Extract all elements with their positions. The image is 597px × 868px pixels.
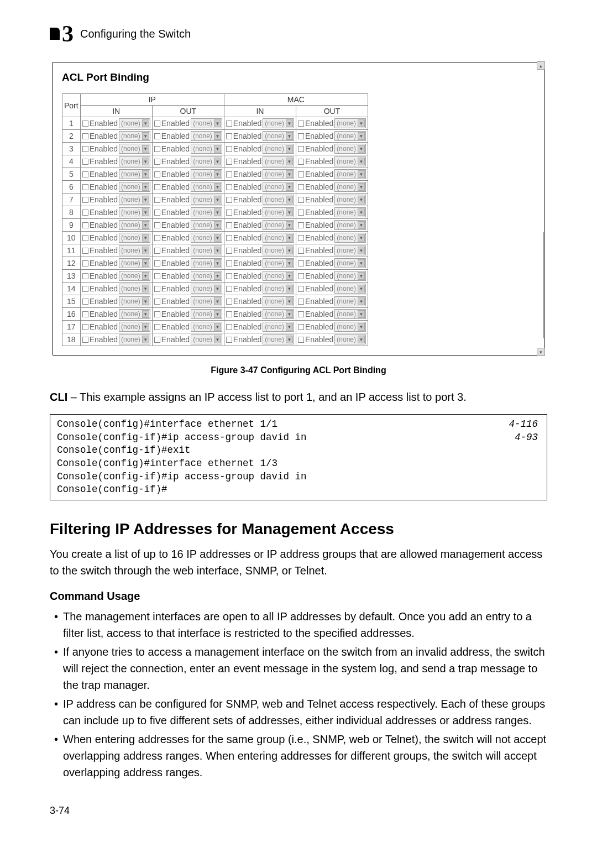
chevron-down-icon[interactable]: ▼: [214, 285, 221, 292]
enabled-checkbox[interactable]: [82, 235, 88, 241]
enabled-checkbox[interactable]: [82, 311, 88, 317]
enabled-checkbox[interactable]: [226, 248, 232, 254]
enabled-checkbox[interactable]: [226, 222, 232, 228]
enabled-checkbox[interactable]: [226, 235, 232, 241]
chevron-down-icon[interactable]: ▼: [214, 259, 221, 267]
enabled-checkbox[interactable]: [226, 324, 232, 330]
enabled-checkbox[interactable]: [82, 133, 88, 139]
chevron-down-icon[interactable]: ▼: [286, 259, 293, 267]
acl-select[interactable]: (none)▼: [119, 284, 150, 294]
enabled-checkbox[interactable]: [154, 133, 160, 139]
enabled-checkbox[interactable]: [154, 324, 160, 330]
chevron-down-icon[interactable]: ▼: [286, 221, 293, 229]
acl-select[interactable]: (none)▼: [334, 296, 366, 306]
chevron-down-icon[interactable]: ▼: [358, 221, 365, 229]
enabled-checkbox[interactable]: [298, 222, 304, 228]
acl-select[interactable]: (none)▼: [263, 309, 294, 319]
chevron-down-icon[interactable]: ▼: [142, 170, 149, 178]
acl-select[interactable]: (none)▼: [263, 182, 294, 192]
acl-select[interactable]: (none)▼: [263, 233, 294, 243]
acl-select[interactable]: (none)▼: [263, 118, 294, 128]
acl-select[interactable]: (none)▼: [119, 309, 150, 319]
chevron-down-icon[interactable]: ▼: [358, 310, 365, 318]
chevron-down-icon[interactable]: ▼: [142, 158, 149, 165]
acl-select[interactable]: (none)▼: [334, 207, 366, 217]
acl-select[interactable]: (none)▼: [191, 169, 222, 179]
chevron-down-icon[interactable]: ▼: [286, 132, 293, 140]
acl-select[interactable]: (none)▼: [191, 322, 222, 332]
enabled-checkbox[interactable]: [298, 273, 304, 279]
enabled-checkbox[interactable]: [298, 159, 304, 165]
acl-select[interactable]: (none)▼: [191, 144, 222, 154]
acl-select[interactable]: (none)▼: [334, 322, 366, 332]
chevron-down-icon[interactable]: ▼: [142, 297, 149, 305]
acl-select[interactable]: (none)▼: [191, 207, 222, 217]
enabled-checkbox[interactable]: [154, 235, 160, 241]
acl-select[interactable]: (none)▼: [191, 131, 222, 141]
enabled-checkbox[interactable]: [82, 121, 88, 127]
acl-select[interactable]: (none)▼: [119, 220, 150, 230]
enabled-checkbox[interactable]: [226, 273, 232, 279]
acl-select[interactable]: (none)▼: [191, 156, 222, 166]
chevron-down-icon[interactable]: ▼: [358, 119, 365, 127]
acl-select[interactable]: (none)▼: [191, 334, 222, 344]
chevron-down-icon[interactable]: ▼: [358, 323, 365, 331]
acl-select[interactable]: (none)▼: [119, 118, 150, 128]
chevron-down-icon[interactable]: ▼: [142, 196, 149, 203]
scrollbar-track[interactable]: [543, 232, 544, 338]
enabled-checkbox[interactable]: [298, 184, 304, 190]
acl-select[interactable]: (none)▼: [263, 334, 294, 344]
chevron-down-icon[interactable]: ▼: [286, 170, 293, 178]
enabled-checkbox[interactable]: [226, 260, 232, 266]
chevron-down-icon[interactable]: ▼: [142, 259, 149, 267]
enabled-checkbox[interactable]: [154, 273, 160, 279]
chevron-down-icon[interactable]: ▼: [358, 145, 365, 153]
chevron-down-icon[interactable]: ▼: [286, 145, 293, 153]
enabled-checkbox[interactable]: [82, 260, 88, 266]
enabled-checkbox[interactable]: [154, 299, 160, 305]
chevron-down-icon[interactable]: ▼: [142, 145, 149, 153]
chevron-down-icon[interactable]: ▼: [358, 259, 365, 267]
acl-select[interactable]: (none)▼: [191, 233, 222, 243]
chevron-down-icon[interactable]: ▼: [214, 234, 221, 242]
acl-select[interactable]: (none)▼: [119, 296, 150, 306]
chevron-down-icon[interactable]: ▼: [286, 247, 293, 254]
acl-select[interactable]: (none)▼: [191, 220, 222, 230]
acl-select[interactable]: (none)▼: [191, 258, 222, 268]
enabled-checkbox[interactable]: [154, 222, 160, 228]
chevron-down-icon[interactable]: ▼: [214, 272, 221, 280]
acl-select[interactable]: (none)▼: [263, 271, 294, 281]
acl-select[interactable]: (none)▼: [263, 144, 294, 154]
enabled-checkbox[interactable]: [82, 286, 88, 292]
acl-select[interactable]: (none)▼: [191, 118, 222, 128]
chevron-down-icon[interactable]: ▼: [286, 119, 293, 127]
acl-select[interactable]: (none)▼: [191, 271, 222, 281]
chevron-down-icon[interactable]: ▼: [286, 158, 293, 165]
chevron-down-icon[interactable]: ▼: [358, 247, 365, 254]
acl-select[interactable]: (none)▼: [263, 169, 294, 179]
chevron-down-icon[interactable]: ▼: [286, 323, 293, 331]
acl-select[interactable]: (none)▼: [263, 195, 294, 205]
enabled-checkbox[interactable]: [82, 159, 88, 165]
enabled-checkbox[interactable]: [226, 286, 232, 292]
chevron-down-icon[interactable]: ▼: [286, 196, 293, 203]
acl-select[interactable]: (none)▼: [263, 207, 294, 217]
acl-select[interactable]: (none)▼: [263, 296, 294, 306]
chevron-down-icon[interactable]: ▼: [214, 221, 221, 229]
scroll-down-button[interactable]: ▾: [537, 348, 545, 356]
chevron-down-icon[interactable]: ▼: [214, 208, 221, 216]
acl-select[interactable]: (none)▼: [334, 220, 366, 230]
chevron-down-icon[interactable]: ▼: [214, 196, 221, 203]
chevron-down-icon[interactable]: ▼: [142, 208, 149, 216]
enabled-checkbox[interactable]: [298, 121, 304, 127]
chevron-down-icon[interactable]: ▼: [286, 183, 293, 191]
chevron-down-icon[interactable]: ▼: [214, 158, 221, 165]
acl-select[interactable]: (none)▼: [191, 309, 222, 319]
acl-select[interactable]: (none)▼: [334, 131, 366, 141]
enabled-checkbox[interactable]: [226, 311, 232, 317]
chevron-down-icon[interactable]: ▼: [358, 170, 365, 178]
chevron-down-icon[interactable]: ▼: [142, 336, 149, 343]
chevron-down-icon[interactable]: ▼: [142, 310, 149, 318]
acl-select[interactable]: (none)▼: [119, 233, 150, 243]
enabled-checkbox[interactable]: [226, 210, 232, 216]
